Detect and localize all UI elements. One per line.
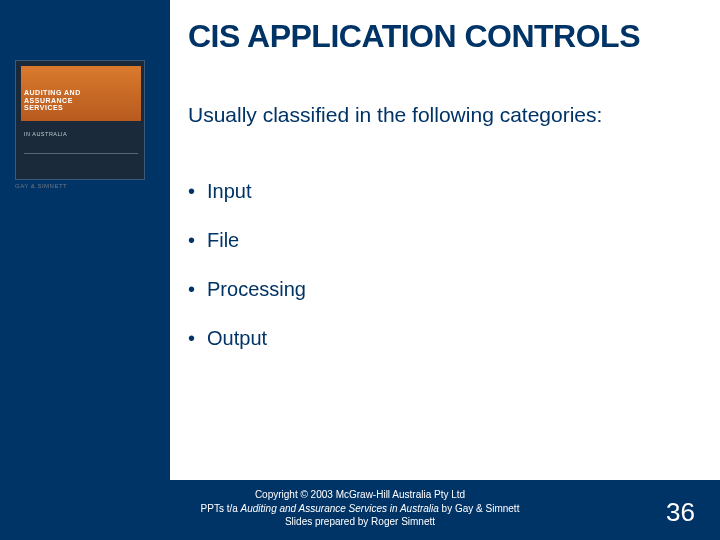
attribution-line: PPTs t/a Auditing and Assurance Services… [201,503,520,514]
bullet-text: Input [207,180,251,203]
bullet-list: • Input • File • Processing • Output [188,180,306,376]
bullet-text: Processing [207,278,306,301]
attribution-title: Auditing and Assurance Services in Austr… [241,503,442,514]
footer-text: Copyright © 2003 McGraw-Hill Australia P… [0,488,720,529]
bullet-icon: • [188,279,195,299]
bullet-icon: • [188,328,195,348]
attribution-pre: PPTs t/a [201,503,241,514]
content-area: CIS APPLICATION CONTROLS Usually classif… [170,0,720,480]
page-number: 36 [666,497,695,528]
cover-subtitle: IN AUSTRALIA [24,131,67,137]
copyright-post: 2003 McGraw-Hill Australia Pty Ltd [308,489,465,500]
bullet-icon: • [188,181,195,201]
cover-title: AUDITING AND ASSURANCE SERVICES [24,89,81,112]
bullet-text: File [207,229,239,252]
slide-subtitle: Usually classified in the following cate… [188,102,602,127]
bullet-item: • File [188,229,306,252]
copyright-line: Copyright © 2003 McGraw-Hill Australia P… [255,489,465,500]
bullet-text: Output [207,327,267,350]
copyright-icon: © [300,489,307,500]
footer-bar: Copyright © 2003 McGraw-Hill Australia P… [0,480,720,540]
bullet-icon: • [188,230,195,250]
slide-title: CIS APPLICATION CONTROLS [188,20,640,54]
bullet-item: • Output [188,327,306,350]
cover-author: GAY & SIMNETT [15,183,67,189]
bullet-item: • Processing [188,278,306,301]
slide: AUDITING AND ASSURANCE SERVICES IN AUSTR… [0,0,720,540]
preparer-line: Slides prepared by Roger Simnett [285,516,435,527]
cover-divider [24,153,138,154]
bullet-item: • Input [188,180,306,203]
book-cover-thumbnail: AUDITING AND ASSURANCE SERVICES IN AUSTR… [15,60,145,180]
attribution-post: by Gay & Simnett [442,503,520,514]
copyright-pre: Copyright [255,489,301,500]
sidebar: AUDITING AND ASSURANCE SERVICES IN AUSTR… [0,0,170,540]
